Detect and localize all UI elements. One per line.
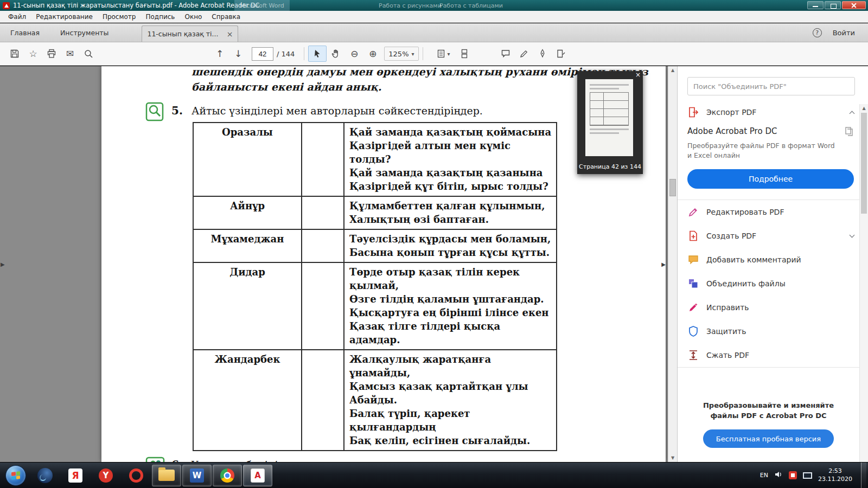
taskbar-yandex-browser-button[interactable]: Y [91, 465, 120, 486]
yandex-icon: Я [68, 468, 82, 483]
sign-in-button[interactable]: Войти [833, 29, 855, 37]
taskbar-chrome-button[interactable] [213, 465, 242, 486]
language-indicator[interactable]: EN [760, 472, 768, 479]
taskbar-yandex-button[interactable]: Я [61, 465, 90, 486]
clock[interactable]: 2:53 23.11.2020 [818, 467, 852, 484]
tool-fix[interactable]: Исправить [678, 296, 868, 319]
zoom-tool-button[interactable] [79, 46, 98, 62]
popup-close-icon[interactable]: × [635, 71, 641, 79]
tab-tools[interactable]: Инструменты [50, 29, 119, 37]
page-thumbnail [585, 79, 633, 156]
scroll-down-arrow[interactable]: ▼ [668, 455, 677, 460]
select-tool-button[interactable] [308, 46, 327, 62]
minimize-button[interactable] [807, 1, 824, 9]
author-cell: Оразалы [193, 123, 302, 196]
taskbar-acrobat-button[interactable]: A [243, 465, 272, 486]
answer-cell [302, 262, 344, 350]
acrobat-promo: Adobe Acrobat Pro DC Преобразуйте файлы … [678, 124, 868, 200]
comment-icon [687, 254, 699, 266]
combine-files-icon [687, 278, 699, 290]
scroll-view-button[interactable] [455, 46, 474, 62]
group-work-icon [145, 455, 165, 462]
hand-tool-button[interactable] [327, 46, 345, 62]
previous-page-button[interactable]: ↑ [210, 46, 229, 62]
menu-view[interactable]: Просмотр [98, 13, 141, 21]
tab-document[interactable]: 11-сынып қазақ ті... × [142, 25, 238, 42]
panel-divider [678, 367, 868, 368]
tool-edit-pdf[interactable]: Редактировать PDF [678, 200, 868, 224]
taskbar-opera-button[interactable] [122, 465, 151, 486]
content-area: шешендік өнердің дамуы мен өркендеуі хал… [0, 66, 868, 462]
tool-protect[interactable]: Защитить [678, 319, 868, 343]
panel-scrollbar[interactable]: ▲ [859, 104, 868, 462]
menu-help[interactable]: Справка [207, 13, 245, 21]
taskbar-explorer-button[interactable] [152, 465, 181, 486]
fill-sign-button[interactable] [552, 46, 570, 62]
tool-export-pdf[interactable]: Экспорт PDF [678, 95, 868, 124]
tab-home[interactable]: Главная [0, 29, 50, 37]
opera-icon [129, 468, 143, 483]
chevron-up-icon [850, 111, 855, 116]
scroll-up-arrow[interactable]: ▲ [668, 68, 677, 73]
tabbar-right: ? Войти [813, 28, 868, 37]
menu-window[interactable]: Окно [180, 13, 207, 21]
sign-button[interactable] [533, 46, 552, 62]
panel-scrollbar-thumb[interactable] [861, 113, 867, 214]
trial-button[interactable]: Бесплатная пробная версия [703, 429, 834, 448]
right-panel-toggle[interactable]: ▶ [661, 261, 666, 267]
search-box [687, 77, 855, 95]
export-pdf-label: Экспорт PDF [706, 108, 756, 117]
tool-compress-pdf[interactable]: Сжать PDF [678, 343, 868, 367]
author-cell: Жандарбек [193, 350, 302, 451]
tool-create-pdf[interactable]: Создать PDF [678, 224, 868, 248]
scrollbar-thumb[interactable] [669, 179, 676, 196]
favorite-star-button[interactable]: ☆ [24, 46, 42, 62]
acrobat-icon: A [251, 468, 265, 483]
acrobat-logo-icon [3, 2, 10, 9]
page-display-dropdown[interactable]: ▾ [431, 46, 455, 62]
exercise-5-title: Айтыс үзінділері мен авторларын сәйкесте… [192, 105, 483, 117]
shield-icon [687, 325, 699, 337]
menu-sign[interactable]: Подпись [141, 13, 180, 21]
panel-scroll-up-arrow[interactable]: ▲ [860, 106, 868, 111]
close-button[interactable] [842, 1, 866, 9]
protect-label: Защитить [706, 327, 746, 336]
menu-edit[interactable]: Редактирование [31, 13, 98, 21]
draw-button[interactable] [515, 46, 533, 62]
zoom-level-dropdown[interactable]: 125% ▾ [384, 47, 418, 61]
tray-app-icon[interactable] [789, 471, 797, 479]
next-page-button[interactable]: ↓ [229, 46, 247, 62]
email-button[interactable]: ✉ [61, 46, 79, 62]
save-button[interactable] [5, 46, 24, 62]
taskbar-word-button[interactable]: W [182, 465, 212, 486]
tab-close-icon[interactable]: × [227, 30, 233, 38]
start-button[interactable] [5, 465, 26, 486]
document-scrollbar[interactable]: ▲ ▼ [668, 66, 677, 462]
search-input[interactable] [693, 82, 849, 91]
zoom-out-button[interactable]: ⊖ [345, 46, 363, 62]
page-number-input[interactable] [252, 47, 273, 61]
left-panel-toggle[interactable]: ▶ [1, 261, 5, 267]
document-area: шешендік өнердің дамуы мен өркендеуі хал… [0, 66, 677, 462]
title-bar: 11-сынып қазақ тілі жаратылыстану бағыты… [0, 0, 868, 11]
volume-icon[interactable] [774, 470, 783, 481]
zoom-level-value: 125% [388, 50, 409, 58]
show-desktop-button[interactable] [861, 463, 866, 488]
quote-cell: Жалқаулық жаратқанға ұнамайды, Қамсыз қа… [344, 350, 557, 451]
panel-footer: Преобразовывайте и изменяйте файлы PDF с… [678, 401, 859, 448]
tray-display-icon[interactable] [803, 472, 812, 479]
page-count-label: / 144 [277, 50, 295, 58]
tool-add-comment[interactable]: Добавить комментарий [678, 248, 868, 272]
help-icon[interactable]: ? [813, 28, 822, 37]
comment-button[interactable] [496, 46, 515, 62]
zoom-in-button[interactable]: ⊕ [363, 46, 382, 62]
create-pdf-icon [687, 230, 699, 242]
print-button[interactable] [42, 46, 61, 62]
maximize-button[interactable] [825, 1, 841, 9]
menu-file[interactable]: Файл [3, 13, 31, 21]
taskbar-browser-button[interactable] [30, 465, 60, 486]
pages-icon [844, 126, 854, 136]
details-button[interactable]: Подробнее [687, 169, 854, 189]
promo-title: Adobe Acrobat Pro DC [687, 126, 777, 136]
tool-combine-files[interactable]: Объединить файлы [678, 272, 868, 296]
